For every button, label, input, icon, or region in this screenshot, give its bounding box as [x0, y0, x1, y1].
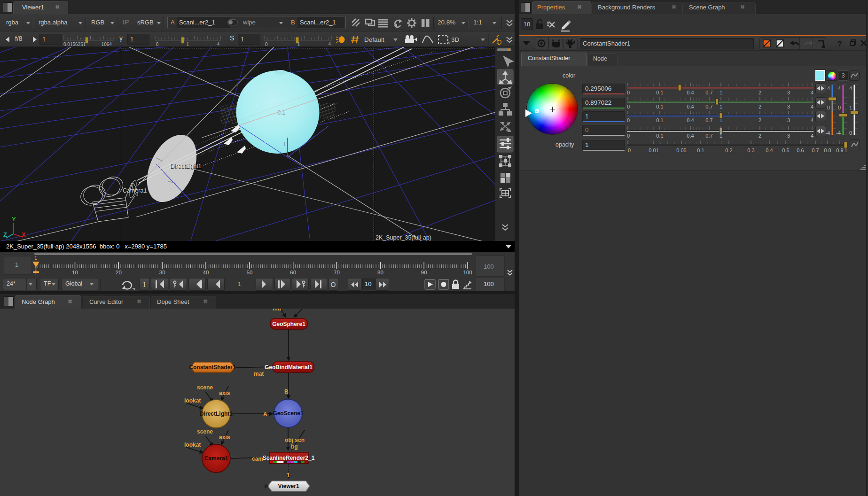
svg-text:0: 0 — [265, 42, 268, 47]
svg-text:0.1: 0.1 — [656, 117, 663, 123]
svg-text:0.5: 0.5 — [782, 147, 789, 153]
svg-text:ScanlineRender2_1: ScanlineRender2_1 — [263, 455, 315, 461]
svg-text:0.1: 0.1 — [656, 133, 663, 139]
svg-text:1: 1 — [719, 90, 722, 95]
svg-text:lookat: lookat — [184, 397, 201, 404]
svg-text:1: 1 — [187, 42, 189, 47]
svg-text:0.3: 0.3 — [747, 147, 754, 153]
svg-text:-4: -4 — [825, 130, 830, 136]
svg-text:0: 0 — [827, 105, 830, 110]
svg-text:30: 30 — [159, 270, 165, 275]
svg-text:4: 4 — [811, 104, 813, 109]
svg-text:0: 0 — [627, 133, 630, 139]
svg-text:O: O — [331, 281, 336, 288]
svg-text:0.7: 0.7 — [705, 90, 712, 95]
svg-text:3: 3 — [787, 104, 790, 109]
svg-text:70: 70 — [334, 270, 340, 275]
svg-text:0: 0 — [627, 90, 630, 95]
svg-text:axis: axis — [219, 390, 230, 396]
svg-text:0.6: 0.6 — [797, 147, 804, 153]
svg-text:0.7: 0.7 — [812, 147, 819, 153]
svg-text:0: 0 — [628, 147, 631, 153]
svg-text:Z: Z — [3, 231, 7, 238]
svg-text:2K_Super_35(full-ap): 2K_Super_35(full-ap) — [375, 234, 431, 241]
svg-text:1: 1 — [283, 141, 286, 147]
svg-text:Y: Y — [12, 216, 16, 223]
svg-text:0: 0 — [627, 117, 630, 123]
svg-text:4: 4 — [811, 117, 813, 123]
svg-text:0.9: 0.9 — [836, 147, 843, 153]
svg-text:X: X — [22, 231, 26, 238]
svg-text:DirectLight1: DirectLight1 — [170, 163, 202, 170]
svg-text:0.4: 0.4 — [687, 133, 694, 139]
svg-text:0: 0 — [849, 130, 852, 136]
svg-text:GeoBindMaterial1: GeoBindMaterial1 — [265, 364, 313, 371]
svg-text:0: 0 — [156, 42, 159, 47]
svg-text:0.2: 0.2 — [725, 147, 732, 153]
svg-text:1: 1 — [34, 255, 37, 261]
svg-text:cam: cam — [252, 456, 263, 462]
svg-text:100: 100 — [463, 270, 472, 275]
svg-text:2: 2 — [759, 104, 761, 109]
svg-text:Camera1: Camera1 — [204, 455, 228, 462]
svg-text:3: 3 — [787, 90, 790, 95]
svg-text:0.01: 0.01 — [649, 147, 658, 153]
svg-text:?: ? — [837, 40, 842, 48]
svg-text:0.0156251: 0.0156251 — [63, 42, 86, 47]
svg-text:4: 4 — [811, 133, 813, 139]
svg-text:B: B — [284, 388, 289, 395]
svg-text:GeoScene1: GeoScene1 — [273, 410, 304, 417]
svg-text:0.7: 0.7 — [705, 133, 712, 139]
svg-text:scene: scene — [197, 428, 213, 435]
svg-text:bg: bg — [291, 443, 298, 450]
svg-text:0.7: 0.7 — [705, 117, 712, 123]
svg-text:A: A — [263, 411, 267, 418]
svg-text:0.4: 0.4 — [687, 117, 694, 123]
svg-text:4: 4 — [838, 85, 841, 91]
svg-text:4: 4 — [217, 42, 220, 47]
svg-text:3: 3 — [787, 117, 790, 123]
svg-text:md: md — [273, 309, 281, 312]
svg-text:lookat: lookat — [184, 442, 201, 448]
svg-text:1: 1 — [719, 104, 722, 109]
svg-text:i: i — [498, 41, 499, 45]
svg-text:0: 0 — [838, 105, 841, 110]
svg-text:4: 4 — [849, 85, 852, 91]
svg-text:obj scn: obj scn — [285, 437, 305, 443]
svg-text:90: 90 — [421, 270, 427, 275]
svg-text:4: 4 — [811, 90, 813, 95]
svg-text:80: 80 — [377, 270, 383, 275]
svg-text:Default: Default — [364, 36, 384, 43]
svg-text:0.4: 0.4 — [687, 104, 694, 109]
svg-text:axis: axis — [219, 434, 230, 441]
svg-text:20: 20 — [116, 270, 122, 275]
svg-text:0.1: 0.1 — [656, 104, 663, 109]
svg-text:0.8: 0.8 — [824, 147, 831, 153]
svg-text:0.1: 0.1 — [656, 90, 663, 95]
svg-text:0.05: 0.05 — [676, 147, 686, 153]
svg-text:0.4: 0.4 — [687, 90, 694, 95]
svg-text:0.4: 0.4 — [766, 147, 773, 153]
svg-text:2: 2 — [759, 117, 761, 123]
svg-text:mat: mat — [254, 371, 264, 377]
svg-text:GeoSphere1: GeoSphere1 — [272, 321, 305, 327]
svg-text:I: I — [143, 281, 146, 288]
svg-text:3: 3 — [787, 133, 790, 139]
svg-text:0: 0 — [627, 104, 630, 109]
svg-text:2: 2 — [759, 90, 761, 95]
svg-text:ConstantShader1: ConstantShader1 — [189, 364, 236, 371]
svg-text:1064: 1064 — [102, 42, 112, 47]
svg-text:4: 4 — [827, 85, 830, 91]
svg-text:-4: -4 — [836, 130, 841, 136]
svg-text:DirectLight1: DirectLight1 — [200, 411, 233, 417]
svg-text:10: 10 — [72, 270, 78, 275]
svg-text:0.1: 0.1 — [697, 147, 704, 153]
svg-text:2: 2 — [759, 133, 761, 139]
svg-text:1: 1 — [287, 472, 290, 479]
svg-text:60: 60 — [290, 270, 296, 275]
svg-text:50: 50 — [247, 270, 253, 275]
svg-text:Camera1: Camera1 — [123, 187, 147, 194]
svg-text:Viewer1: Viewer1 — [278, 483, 299, 489]
svg-text:3D: 3D — [451, 36, 460, 43]
svg-text:0.7: 0.7 — [705, 104, 712, 109]
